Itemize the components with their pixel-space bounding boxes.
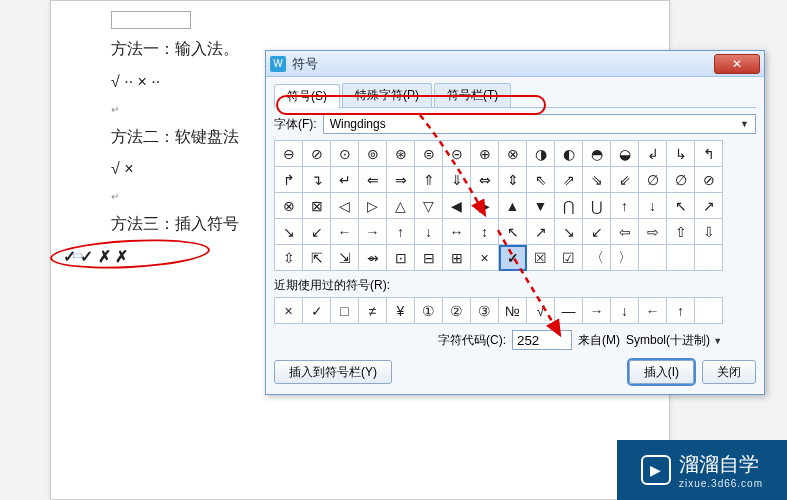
- insert-to-bar-button[interactable]: 插入到符号栏(Y): [274, 360, 392, 384]
- symbol-cell[interactable]: 〈: [583, 245, 611, 271]
- symbol-cell[interactable]: ↑: [611, 193, 639, 219]
- recent-symbol-cell[interactable]: ①: [415, 298, 443, 324]
- symbol-cell[interactable]: ⊕: [471, 141, 499, 167]
- symbol-cell[interactable]: ⇖: [527, 167, 555, 193]
- symbol-cell[interactable]: ⊙: [331, 141, 359, 167]
- symbol-cell[interactable]: [695, 245, 723, 271]
- recent-symbol-cell[interactable]: [695, 298, 723, 324]
- symbol-cell[interactable]: 〉: [611, 245, 639, 271]
- symbol-cell[interactable]: ⊚: [359, 141, 387, 167]
- symbol-cell[interactable]: ↖: [499, 219, 527, 245]
- symbol-cell[interactable]: ×: [471, 245, 499, 271]
- symbol-cell[interactable]: ↑: [387, 219, 415, 245]
- recent-symbol-cell[interactable]: ¥: [387, 298, 415, 324]
- symbol-cell[interactable]: ⇗: [555, 167, 583, 193]
- symbol-cell[interactable]: ⇦: [611, 219, 639, 245]
- symbol-cell[interactable]: ⇔: [471, 167, 499, 193]
- symbol-cell[interactable]: ◀: [443, 193, 471, 219]
- symbol-cell[interactable]: [639, 245, 667, 271]
- symbol-cell[interactable]: ◁: [331, 193, 359, 219]
- symbol-cell[interactable]: ↲: [639, 141, 667, 167]
- symbol-cell[interactable]: ←: [331, 219, 359, 245]
- close-button[interactable]: ✕: [714, 54, 760, 74]
- font-combobox[interactable]: Wingdings ▼: [323, 114, 756, 134]
- recent-symbol-cell[interactable]: —: [555, 298, 583, 324]
- symbol-cell[interactable]: ⊝: [443, 141, 471, 167]
- symbol-cell[interactable]: ◓: [583, 141, 611, 167]
- symbol-cell[interactable]: ⊗: [275, 193, 303, 219]
- dialog-titlebar[interactable]: W 符号 ✕: [266, 51, 764, 77]
- symbol-cell[interactable]: ⊡: [387, 245, 415, 271]
- symbol-cell[interactable]: ◐: [555, 141, 583, 167]
- symbol-cell[interactable]: ⊟: [415, 245, 443, 271]
- symbol-cell[interactable]: ☑: [555, 245, 583, 271]
- symbol-cell[interactable]: ∅: [639, 167, 667, 193]
- symbol-cell[interactable]: ↔: [443, 219, 471, 245]
- recent-symbol-cell[interactable]: ↑: [667, 298, 695, 324]
- charcode-input[interactable]: [512, 330, 572, 350]
- symbol-cell[interactable]: ↗: [695, 193, 723, 219]
- symbol-cell[interactable]: ⊖: [275, 141, 303, 167]
- symbol-cell[interactable]: ⇘: [583, 167, 611, 193]
- symbol-cell[interactable]: ▶: [471, 193, 499, 219]
- symbol-cell[interactable]: ⇱: [303, 245, 331, 271]
- recent-symbol-cell[interactable]: ✓: [303, 298, 331, 324]
- symbol-cell[interactable]: ⇧: [667, 219, 695, 245]
- symbol-cell[interactable]: [667, 245, 695, 271]
- symbol-cell[interactable]: ⊘: [303, 141, 331, 167]
- recent-symbol-cell[interactable]: ←: [639, 298, 667, 324]
- symbol-cell[interactable]: ✓: [499, 245, 527, 271]
- close-dialog-button[interactable]: 关闭: [702, 360, 756, 384]
- symbol-cell[interactable]: ∅: [667, 167, 695, 193]
- symbol-cell[interactable]: ↓: [639, 193, 667, 219]
- symbol-cell[interactable]: ⇙: [611, 167, 639, 193]
- symbol-cell[interactable]: ☒: [527, 245, 555, 271]
- recent-symbol-cell[interactable]: ②: [443, 298, 471, 324]
- symbol-cell[interactable]: ⇨: [639, 219, 667, 245]
- symbol-cell[interactable]: ▼: [527, 193, 555, 219]
- recent-symbol-cell[interactable]: ≠: [359, 298, 387, 324]
- symbol-cell[interactable]: ▲: [499, 193, 527, 219]
- symbol-cell[interactable]: ⊞: [443, 245, 471, 271]
- symbol-cell[interactable]: ⇑: [415, 167, 443, 193]
- symbol-cell[interactable]: ⊘: [695, 167, 723, 193]
- symbol-cell[interactable]: ↙: [303, 219, 331, 245]
- symbol-cell[interactable]: ◒: [611, 141, 639, 167]
- symbol-cell[interactable]: ◑: [527, 141, 555, 167]
- from-combobox[interactable]: Symbol(十进制) ▼: [626, 332, 756, 349]
- symbol-cell[interactable]: ↘: [275, 219, 303, 245]
- symbol-cell[interactable]: →: [359, 219, 387, 245]
- symbol-cell[interactable]: ⇩: [695, 219, 723, 245]
- recent-symbol-cell[interactable]: √: [527, 298, 555, 324]
- symbol-cell[interactable]: ⊗: [499, 141, 527, 167]
- symbol-cell[interactable]: ↵: [331, 167, 359, 193]
- symbol-cell[interactable]: ⇐: [359, 167, 387, 193]
- insert-button[interactable]: 插入(I): [629, 360, 694, 384]
- recent-symbol-cell[interactable]: □: [331, 298, 359, 324]
- symbol-cell[interactable]: ⊜: [415, 141, 443, 167]
- recent-symbol-cell[interactable]: ↓: [611, 298, 639, 324]
- symbol-cell[interactable]: ⇲: [331, 245, 359, 271]
- symbol-cell[interactable]: ⇓: [443, 167, 471, 193]
- recent-symbol-cell[interactable]: ×: [275, 298, 303, 324]
- recent-symbol-cell[interactable]: ③: [471, 298, 499, 324]
- symbol-cell[interactable]: ↙: [583, 219, 611, 245]
- symbol-cell[interactable]: ↕: [471, 219, 499, 245]
- symbol-cell[interactable]: ⋃: [583, 193, 611, 219]
- symbol-cell[interactable]: ⇴: [359, 245, 387, 271]
- symbol-cell[interactable]: ↱: [275, 167, 303, 193]
- symbol-cell[interactable]: ↓: [415, 219, 443, 245]
- symbol-cell[interactable]: △: [387, 193, 415, 219]
- symbol-cell[interactable]: ↰: [695, 141, 723, 167]
- symbol-cell[interactable]: ↖: [667, 193, 695, 219]
- symbol-cell[interactable]: ⊠: [303, 193, 331, 219]
- recent-symbol-cell[interactable]: №: [499, 298, 527, 324]
- recent-symbol-cell[interactable]: →: [583, 298, 611, 324]
- symbol-cell[interactable]: ⋂: [555, 193, 583, 219]
- symbol-cell[interactable]: ⇳: [275, 245, 303, 271]
- symbol-cell[interactable]: ↳: [667, 141, 695, 167]
- symbol-cell[interactable]: ▷: [359, 193, 387, 219]
- symbol-cell[interactable]: ↗: [527, 219, 555, 245]
- symbol-cell[interactable]: ↘: [555, 219, 583, 245]
- symbol-cell[interactable]: ⊛: [387, 141, 415, 167]
